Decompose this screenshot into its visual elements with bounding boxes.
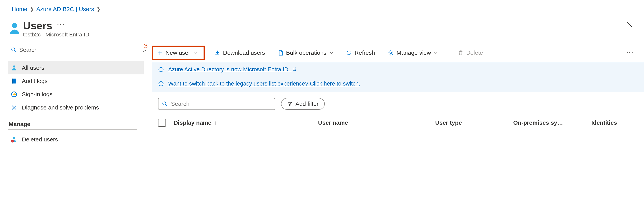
breadcrumb-home[interactable]: Home [12,6,27,12]
sidebar: « All users Audit logs [0,44,144,146]
button-label: Download users [223,49,265,56]
trash-icon [458,50,463,56]
banner-entra-rename: Azure Active Directory is now Microsoft … [152,62,644,77]
chevron-down-icon [329,51,334,55]
close-icon[interactable] [626,21,633,29]
user-icon [8,22,22,37]
command-bar-more[interactable]: ⋯ [623,47,636,59]
sidebar-item-diagnose[interactable]: Diagnose and solve problems [8,101,144,114]
filter-icon [287,101,292,106]
column-identities[interactable]: Identities [591,119,630,126]
book-icon [10,78,18,85]
page-subtitle: testb2c - Microsoft Entra ID [23,31,89,38]
column-display-name[interactable]: Display name ↑ [174,119,310,126]
sort-asc-icon: ↑ [214,119,217,126]
sidebar-item-label: Sign-in logs [22,91,52,98]
button-label: Refresh [354,49,375,56]
chevron-down-icon [193,51,197,55]
sidebar-item-label: Audit logs [22,78,48,84]
svg-point-7 [13,137,15,139]
table-header: Display name ↑ User name User type On-pr… [152,114,644,132]
page-title: Users [23,20,52,31]
download-icon [214,50,220,56]
svg-point-16 [161,82,162,83]
breadcrumb: Home ❯ Azure AD B2C | Users ❯ [0,0,644,14]
chevron-right-icon: ❯ [96,6,101,12]
sidebar-item-label: Diagnose and solve problems [22,104,99,111]
svg-line-2 [14,51,16,52]
plus-icon [157,50,163,56]
svg-point-1 [12,48,15,51]
search-icon [11,47,16,53]
search-icon [162,101,168,107]
column-user-type[interactable]: User type [435,119,506,126]
more-icon[interactable]: ⋯ [56,20,65,30]
refresh-icon [346,50,352,56]
button-label: Add filter [296,101,318,107]
page-header: Users ⋯ testb2c - Microsoft Entra ID [0,14,644,44]
user-icon [10,64,18,71]
banner-legacy-link[interactable]: Want to switch back to the legacy users … [168,80,360,87]
table-search[interactable] [158,98,275,110]
annotation-step3: 3 [144,42,148,50]
external-link-icon [292,66,297,72]
sidebar-item-signin-logs[interactable]: Sign-in logs [8,88,144,101]
sidebar-item-label: Deleted users [22,136,58,143]
sidebar-item-all-users[interactable]: All users [8,61,144,74]
button-label: Bulk operations [286,49,326,56]
sidebar-item-deleted-users[interactable]: Deleted users [8,133,144,146]
column-user-name[interactable]: User name [318,119,428,126]
sidebar-search-input[interactable] [19,46,134,53]
signin-icon [10,91,18,98]
sidebar-section-manage: Manage [8,114,136,130]
button-label: Delete [466,49,483,56]
breadcrumb-users[interactable]: Azure AD B2C | Users [36,6,94,12]
new-user-button[interactable]: New user [152,46,205,60]
wrench-icon [10,104,18,111]
delete-button[interactable]: Delete [455,48,486,58]
banner-text: Azure Active Directory is now Microsoft … [168,66,290,72]
select-all-checkbox[interactable] [158,119,166,127]
command-bar-divider [448,48,448,57]
banner-entra-link[interactable]: Azure Active Directory is now Microsoft … [168,66,297,73]
svg-rect-9 [12,141,13,141]
info-icon [158,67,164,72]
svg-rect-5 [12,79,13,84]
gear-icon [388,50,394,56]
svg-point-3 [13,65,15,68]
more-icon: ⋯ [626,48,634,57]
document-icon [278,49,283,56]
svg-point-10 [390,52,392,54]
refresh-button[interactable]: Refresh [343,48,378,58]
chevron-down-icon [434,51,438,55]
svg-point-0 [12,23,17,28]
add-filter-button[interactable]: Add filter [281,98,325,110]
download-users-button[interactable]: Download users [212,48,268,58]
button-label: Manage view [396,49,431,56]
sidebar-search[interactable] [8,44,138,56]
column-onprem-sync[interactable]: On-premises sy… [513,119,584,126]
sidebar-item-label: All users [22,64,44,71]
deleted-user-icon [10,136,18,143]
info-icon [158,81,164,87]
filter-row: Add filter [152,92,644,114]
banner-legacy-switch: Want to switch back to the legacy users … [152,77,644,92]
column-label: Display name [174,119,211,126]
table-search-input[interactable] [170,100,271,107]
svg-line-18 [166,105,167,106]
main-content: 3 New user Download users Bulk operation… [144,44,644,132]
bulk-operations-button[interactable]: Bulk operations [275,48,336,58]
command-bar: New user Download users Bulk operations … [152,44,644,62]
button-label: New user [166,49,190,56]
chevron-right-icon: ❯ [30,6,34,12]
svg-point-13 [161,68,162,69]
manage-view-button[interactable]: Manage view [385,48,441,58]
svg-point-17 [163,102,166,105]
sidebar-item-audit-logs[interactable]: Audit logs [8,74,144,88]
